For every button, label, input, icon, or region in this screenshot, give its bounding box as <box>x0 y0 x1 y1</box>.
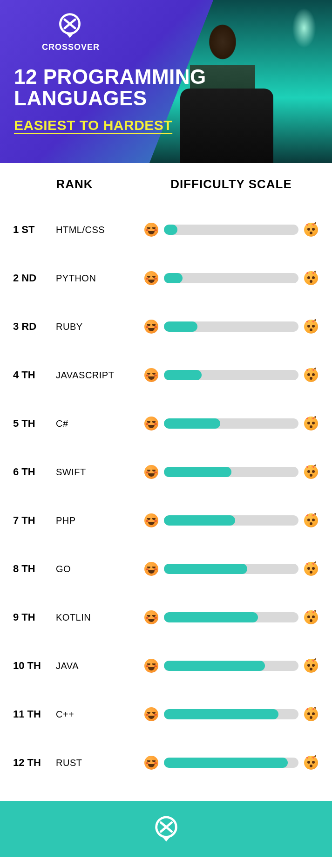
table-row: 8 TH GO <box>9 545 323 593</box>
language-cell: RUBY <box>56 321 144 332</box>
relieved-face-icon <box>144 756 158 770</box>
difficulty-scale <box>144 707 323 721</box>
crossover-logo-icon <box>152 814 181 843</box>
difficulty-bar-fill <box>164 418 220 429</box>
difficulty-bar-fill <box>164 564 247 574</box>
col-rank: RANK <box>9 177 140 191</box>
rank-cell: 4 TH <box>9 369 56 381</box>
difficulty-bar-track <box>164 467 298 477</box>
exploding-head-icon <box>304 610 318 624</box>
difficulty-bar-track <box>164 225 298 235</box>
difficulty-scale <box>144 417 323 431</box>
exploding-head-icon <box>304 756 318 770</box>
difficulty-scale <box>144 562 323 576</box>
relieved-face-icon <box>144 659 158 673</box>
difficulty-bar-track <box>164 418 298 429</box>
difficulty-scale <box>144 513 323 527</box>
rank-cell: 8 TH <box>9 563 56 575</box>
table-row: 9 TH KOTLIN <box>9 593 323 642</box>
page-title: 12 PROGRAMMING LANGUAGES <box>14 66 318 109</box>
title-line-1: 12 PROGRAMMING <box>14 65 206 88</box>
difficulty-bar-track <box>164 370 298 380</box>
difficulty-bar-fill <box>164 370 202 380</box>
rank-cell: 7 TH <box>9 514 56 526</box>
footer <box>0 801 332 857</box>
difficulty-bar-track <box>164 612 298 622</box>
title-line-2: LANGUAGES <box>14 87 147 109</box>
difficulty-scale <box>144 465 323 479</box>
table-row: 11 TH C++ <box>9 690 323 738</box>
difficulty-scale <box>144 320 323 334</box>
difficulty-bar-fill <box>164 515 235 526</box>
ranking-table: RANK DIFFICULTY SCALE 1 ST HTML/CSS 2 ND… <box>0 163 332 801</box>
header: CROSSOVER 12 PROGRAMMING LANGUAGES EASIE… <box>0 0 332 163</box>
relieved-face-icon <box>144 513 158 527</box>
relieved-face-icon <box>144 465 158 479</box>
language-cell: SWIFT <box>56 467 144 478</box>
language-cell: C# <box>56 418 144 429</box>
language-cell: JAVA <box>56 661 144 671</box>
table-row: 1 ST HTML/CSS <box>9 205 323 254</box>
difficulty-bar-fill <box>164 709 278 719</box>
relieved-face-icon <box>144 320 158 334</box>
exploding-head-icon <box>304 465 318 479</box>
relieved-face-icon <box>144 562 158 576</box>
exploding-head-icon <box>304 223 318 237</box>
brand-name: CROSSOVER <box>42 42 100 52</box>
difficulty-bar-fill <box>164 661 265 671</box>
crossover-logo-icon <box>56 12 84 40</box>
difficulty-scale <box>144 368 323 382</box>
difficulty-bar-track <box>164 709 298 719</box>
difficulty-bar-track <box>164 273 298 283</box>
relieved-face-icon <box>144 610 158 624</box>
table-row: 5 TH C# <box>9 399 323 448</box>
difficulty-scale <box>144 610 323 624</box>
rank-cell: 12 TH <box>9 757 56 769</box>
logo: CROSSOVER <box>42 12 318 52</box>
relieved-face-icon <box>144 417 158 431</box>
difficulty-bar-track <box>164 758 298 768</box>
difficulty-bar-fill <box>164 758 288 768</box>
difficulty-bar-fill <box>164 273 183 283</box>
rank-cell: 1 ST <box>9 224 56 236</box>
difficulty-bar-track <box>164 321 298 332</box>
table-row: 10 TH JAVA <box>9 642 323 690</box>
rank-cell: 6 TH <box>9 466 56 478</box>
difficulty-bar-fill <box>164 321 197 332</box>
col-difficulty: DIFFICULTY SCALE <box>140 177 323 191</box>
difficulty-scale <box>144 271 323 285</box>
language-cell: RUST <box>56 758 144 768</box>
table-row: 3 RD RUBY <box>9 302 323 351</box>
language-cell: KOTLIN <box>56 612 144 623</box>
subtitle: EASIEST TO HARDEST <box>14 117 172 133</box>
exploding-head-icon <box>304 320 318 334</box>
rank-cell: 9 TH <box>9 611 56 623</box>
rank-cell: 5 TH <box>9 417 56 430</box>
language-cell: C++ <box>56 709 144 720</box>
exploding-head-icon <box>304 659 318 673</box>
language-cell: PHP <box>56 515 144 526</box>
difficulty-scale <box>144 223 323 237</box>
relieved-face-icon <box>144 707 158 721</box>
exploding-head-icon <box>304 707 318 721</box>
exploding-head-icon <box>304 368 318 382</box>
table-row: 7 TH PHP <box>9 496 323 545</box>
language-cell: PYTHON <box>56 273 144 284</box>
difficulty-bar-track <box>164 661 298 671</box>
difficulty-bar-fill <box>164 225 177 235</box>
rank-cell: 3 RD <box>9 321 56 333</box>
rank-cell: 2 ND <box>9 272 56 284</box>
exploding-head-icon <box>304 417 318 431</box>
language-cell: HTML/CSS <box>56 225 144 235</box>
exploding-head-icon <box>304 271 318 285</box>
table-row: 6 TH SWIFT <box>9 448 323 496</box>
difficulty-scale <box>144 756 323 770</box>
exploding-head-icon <box>304 562 318 576</box>
table-row: 12 TH RUST <box>9 738 323 787</box>
difficulty-scale <box>144 659 323 673</box>
language-cell: JAVASCRIPT <box>56 370 144 381</box>
table-header: RANK DIFFICULTY SCALE <box>9 177 323 191</box>
language-cell: GO <box>56 564 144 574</box>
difficulty-bar-fill <box>164 612 258 622</box>
difficulty-bar-fill <box>164 467 231 477</box>
